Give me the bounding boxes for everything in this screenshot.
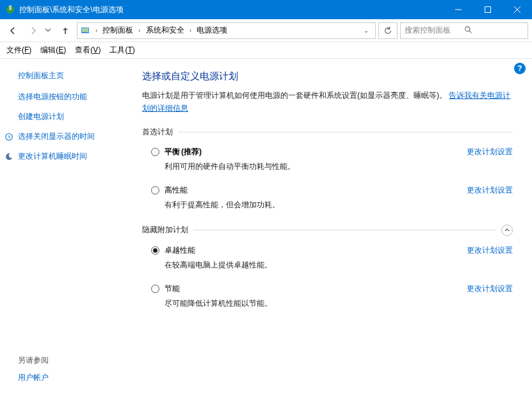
breadcrumb-root[interactable]: 控制面板	[100, 24, 136, 37]
chevron-right-icon[interactable]: ›	[137, 27, 141, 34]
plan-name-power-saver[interactable]: 节能	[165, 283, 180, 294]
sidebar-link-create-plan[interactable]: 创建电源计划	[6, 111, 125, 122]
svg-rect-1	[10, 6, 11, 10]
plan-desc-high-performance: 有利于提高性能，但会增加功耗。	[165, 200, 513, 210]
menu-file[interactable]: 文件(F)	[6, 45, 31, 56]
svg-rect-3	[485, 7, 491, 13]
intro-text: 电源计划是用于管理计算机如何使用电源的一套硬件和系统设置(如显示器亮度、睡眠等)…	[142, 89, 513, 115]
change-plan-link-high-performance[interactable]: 更改计划设置	[467, 185, 513, 196]
clock-icon	[4, 132, 14, 142]
collapse-button[interactable]	[501, 225, 513, 236]
plan-desc-balanced: 利用可用的硬件自动平衡功耗与性能。	[165, 161, 513, 172]
sidebar-link-sleep-time[interactable]: 更改计算机睡眠时间	[6, 151, 125, 162]
plan-name-high-performance[interactable]: 高性能	[165, 185, 188, 196]
forward-button[interactable]	[24, 22, 42, 40]
change-plan-link-balanced[interactable]: 更改计划设置	[467, 147, 513, 157]
additional-plans-group: 隐藏附加计划 卓越性能 更改计划设置 在较高端电脑上提供卓越性能。 节能 更改计…	[142, 225, 513, 309]
change-plan-link-power-saver[interactable]: 更改计划设置	[467, 283, 513, 294]
breadcrumb-system-security[interactable]: 系统和安全	[143, 24, 187, 37]
control-panel-icon	[80, 26, 90, 36]
sidebar-link-power-button[interactable]: 选择电源按钮的功能	[6, 91, 125, 102]
svg-line-9	[469, 31, 471, 33]
chevron-right-icon[interactable]: ›	[188, 27, 193, 34]
window-buttons	[444, 0, 532, 19]
chevron-right-icon[interactable]: ›	[94, 27, 99, 34]
breadcrumb[interactable]: › 控制面板 › 系统和安全 › 电源选项 ⌄	[77, 22, 376, 39]
back-button[interactable]	[4, 22, 22, 40]
sidebar-link-display-off[interactable]: 选择关闭显示器的时间	[6, 131, 125, 142]
help-icon[interactable]: ?	[514, 63, 526, 74]
group-label-additional: 隐藏附加计划	[142, 225, 188, 235]
radio-power-saver[interactable]	[151, 285, 159, 293]
plan-name-ultimate[interactable]: 卓越性能	[165, 245, 195, 256]
plan-power-saver: 节能 更改计划设置 尽可能降低计算机性能以节能。	[151, 283, 513, 309]
sidebar: 控制面板主页 选择电源按钮的功能 创建电源计划 选择关闭显示器的时间 更改计算机…	[0, 59, 134, 405]
group-label-preferred: 首选计划	[142, 127, 173, 138]
maximize-button[interactable]	[473, 0, 503, 19]
breadcrumb-power-options[interactable]: 电源选项	[194, 24, 230, 37]
app-icon	[5, 4, 15, 15]
sidebar-home-link[interactable]: 控制面板主页	[18, 70, 125, 81]
radio-balanced[interactable]	[151, 148, 159, 156]
refresh-button[interactable]	[378, 22, 398, 39]
svg-rect-7	[82, 28, 88, 32]
chevron-down-icon[interactable]: ⌄	[360, 27, 373, 34]
sidebar-footer: 另请参阅 用户帐户	[18, 355, 125, 396]
preferred-plans-group: 首选计划 平衡 (推荐) 更改计划设置 利用可用的硬件自动平衡功耗与性能。 高性…	[142, 127, 513, 210]
plan-high-performance: 高性能 更改计划设置 有利于提高性能，但会增加功耗。	[151, 185, 513, 210]
plan-ultimate: 卓越性能 更改计划设置 在较高端电脑上提供卓越性能。	[151, 245, 513, 271]
menu-edit[interactable]: 编辑(E)	[40, 45, 66, 56]
address-bar: › 控制面板 › 系统和安全 › 电源选项 ⌄ 搜索控制面板	[0, 19, 532, 42]
plan-balanced: 平衡 (推荐) 更改计划设置 利用可用的硬件自动平衡功耗与性能。	[151, 147, 513, 172]
window-titlebar: 控制面板\系统和安全\电源选项	[0, 0, 532, 19]
menu-tools[interactable]: 工具(T)	[109, 45, 134, 56]
plan-name-balanced[interactable]: 平衡	[165, 147, 180, 157]
content-body: 控制面板主页 选择电源按钮的功能 创建电源计划 选择关闭显示器的时间 更改计算机…	[0, 59, 532, 405]
plan-desc-ultimate: 在较高端电脑上提供卓越性能。	[165, 260, 513, 271]
svg-point-8	[465, 26, 470, 31]
see-also-heading: 另请参阅	[18, 355, 125, 366]
menu-bar: 文件(F) 编辑(E) 查看(V) 工具(T)	[0, 42, 532, 59]
up-button[interactable]	[56, 22, 74, 40]
menu-view[interactable]: 查看(V)	[75, 45, 101, 56]
window-title: 控制面板\系统和安全\电源选项	[19, 4, 444, 15]
recommended-badge: (推荐)	[181, 147, 202, 157]
search-icon[interactable]	[464, 26, 524, 36]
search-input[interactable]: 搜索控制面板	[400, 22, 528, 39]
page-title: 选择或自定义电源计划	[142, 70, 513, 83]
history-dropdown[interactable]	[45, 26, 54, 35]
plan-desc-power-saver: 尽可能降低计算机性能以节能。	[165, 298, 513, 309]
sidebar-link-user-accounts[interactable]: 用户帐户	[18, 372, 125, 383]
search-placeholder: 搜索控制面板	[405, 25, 464, 36]
moon-icon	[4, 152, 14, 162]
minimize-button[interactable]	[444, 0, 473, 19]
radio-ultimate[interactable]	[151, 246, 159, 255]
close-button[interactable]	[503, 0, 532, 19]
main-content: ? 选择或自定义电源计划 电源计划是用于管理计算机如何使用电源的一套硬件和系统设…	[134, 59, 532, 405]
change-plan-link-ultimate[interactable]: 更改计划设置	[467, 245, 513, 256]
radio-high-performance[interactable]	[151, 186, 159, 195]
